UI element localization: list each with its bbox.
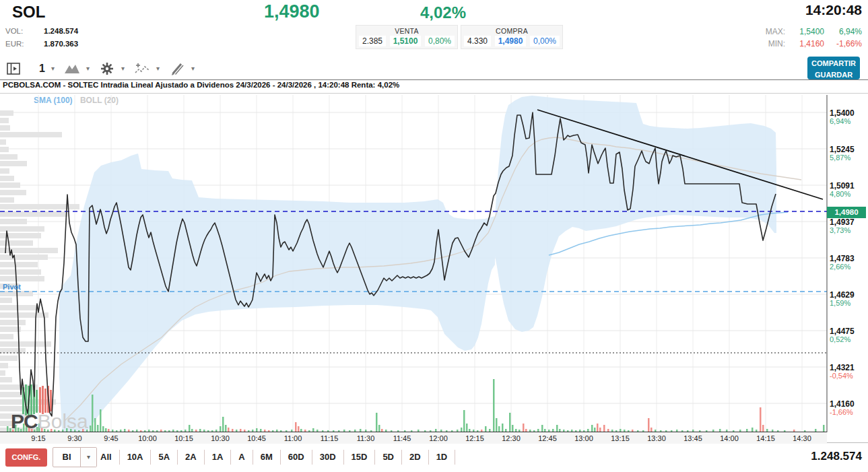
chart-toolbar: 1 ▾ ▾ ▾ xyxy=(0,57,805,79)
price-axis-label: 1,49373,73% xyxy=(830,218,855,234)
price-axis-label: 1,47832,66% xyxy=(830,255,855,271)
volume-bar xyxy=(463,410,465,432)
vol-value: 1.248.574 xyxy=(44,27,78,35)
profile-bar-buy xyxy=(36,390,38,413)
volume-bar xyxy=(102,426,104,432)
period-button-5d[interactable]: 5D xyxy=(375,450,402,465)
time-axis-label: 10:30 xyxy=(211,434,230,442)
period-button-30d[interactable]: 30D xyxy=(312,450,344,465)
time-axis-label: 12:30 xyxy=(502,434,521,442)
profile-bar xyxy=(0,262,38,267)
period-button-5a[interactable]: 5A xyxy=(151,450,178,465)
period-button-all[interactable]: All xyxy=(93,450,120,465)
profile-bar xyxy=(0,255,48,260)
interval-value: 1 xyxy=(39,63,45,75)
time-axis-label: 13:30 xyxy=(647,434,666,442)
time-axis-label: 14:30 xyxy=(793,434,811,442)
volume-bar xyxy=(92,395,94,432)
min-price: 1,4160 xyxy=(785,39,824,48)
current-price-badge: 1,4980 xyxy=(827,207,866,218)
min-pct: -1,66% xyxy=(824,39,862,48)
time-axis-label: 10:00 xyxy=(138,434,157,442)
volume-bar xyxy=(100,409,102,432)
chart-panel: PCBOLSA.COM - SOLTEC Intradia Lineal Aju… xyxy=(0,79,868,443)
profile-bar-sell xyxy=(50,390,52,411)
time-axis: 9:159:309:4510:0010:1510:3010:4511:0011:… xyxy=(0,432,827,444)
period-button-15d[interactable]: 15D xyxy=(344,450,376,465)
price-axis-label: 1,44750,52% xyxy=(830,327,855,343)
logo-bold: PC xyxy=(11,410,38,432)
max-price: 1,5400 xyxy=(785,27,824,36)
eur-label: EUR: xyxy=(5,40,24,48)
header: SOL VOL: 1.248.574 EUR: 1.870.363 1,4980… xyxy=(0,0,868,57)
profile-bar xyxy=(0,154,18,160)
volume-bar xyxy=(823,425,825,432)
time-axis-label: 12:00 xyxy=(429,434,448,442)
volume-bar xyxy=(189,425,191,432)
time-axis-label: 13:15 xyxy=(611,434,630,442)
day-change: 4,02% xyxy=(420,3,466,22)
max-pct: 6,94% xyxy=(824,27,862,36)
chevron-down-icon: ▾ xyxy=(86,65,90,72)
interval-selector-value: BI xyxy=(53,448,80,467)
gear-icon xyxy=(99,61,115,77)
profile-bar xyxy=(0,320,26,325)
period-button-2d[interactable]: 2D xyxy=(402,450,429,465)
period-button-10a[interactable]: 10A xyxy=(120,450,152,465)
ticker-symbol: SOL xyxy=(12,3,45,22)
profile-bar xyxy=(0,139,6,145)
time-axis-label: 14:15 xyxy=(756,434,775,442)
indicators-dropdown[interactable]: ▾ xyxy=(134,61,160,76)
profile-bar xyxy=(0,182,20,188)
last-price: 1,4980 xyxy=(264,1,320,22)
settings-dropdown[interactable]: ▾ xyxy=(99,61,125,77)
profile-bar-sell xyxy=(39,387,41,413)
volume-bar xyxy=(762,425,764,432)
volume-bar xyxy=(591,425,593,432)
period-button-a[interactable]: A xyxy=(231,450,253,465)
period-button-1a[interactable]: 1A xyxy=(205,450,232,465)
compra-box[interactable]: COMPRA 4.330 1,4980 0,00% xyxy=(461,25,563,49)
venta-title: VENTA xyxy=(356,27,457,35)
profile-bar xyxy=(0,161,27,166)
profile-bar xyxy=(0,240,33,246)
interval-dropdown[interactable]: 1 ▾ xyxy=(31,63,55,75)
volume-bar xyxy=(225,425,227,432)
chart-type-dropdown[interactable]: ▾ xyxy=(64,63,90,75)
volume-bar xyxy=(7,426,9,432)
profile-bar-sell xyxy=(44,389,46,413)
chevron-down-icon: ▾ xyxy=(51,65,55,72)
min-label: MIN: xyxy=(758,39,785,48)
profile-bar xyxy=(0,125,10,131)
volume-bar xyxy=(648,418,650,432)
venta-box[interactable]: VENTA 2.385 1,5100 0,80% xyxy=(356,25,458,49)
profile-bar xyxy=(0,363,8,368)
max-row: MAX: 1,5400 6,94% xyxy=(758,27,862,36)
volume-bar xyxy=(493,379,495,432)
config-button[interactable]: CONFG. xyxy=(5,448,47,467)
price-axis-label: 1,4160-1,66% xyxy=(830,400,855,416)
time-axis-label: 9:30 xyxy=(67,434,81,442)
compra-pct: 0,00% xyxy=(530,36,560,46)
period-button-6m[interactable]: 6M xyxy=(253,450,281,465)
band-left xyxy=(59,154,495,442)
share-save-button[interactable]: COMPARTIR GUARDAR xyxy=(807,57,860,79)
period-button-2a[interactable]: 2A xyxy=(178,450,205,465)
profile-bar xyxy=(0,377,12,382)
profile-bar xyxy=(0,168,9,174)
pcbolsa-logo: PCBolsa xyxy=(11,410,88,433)
min-row: MIN: 1,4160 -1,66% xyxy=(758,39,862,48)
profile-bar xyxy=(0,370,5,376)
interval-selector[interactable]: BI ▾ xyxy=(53,447,97,467)
panel-toggle-button[interactable] xyxy=(5,61,22,77)
time-axis-label: 11:30 xyxy=(357,434,375,442)
profile-bar xyxy=(0,118,9,123)
volume-bar xyxy=(496,418,498,432)
period-button-1d[interactable]: 1D xyxy=(429,450,456,465)
chart-canvas[interactable] xyxy=(0,80,868,444)
period-button-60d[interactable]: 60D xyxy=(281,450,312,465)
draw-tools-dropdown[interactable]: ▾ xyxy=(169,61,195,76)
profile-bar xyxy=(0,312,48,318)
time-axis-label: 11:45 xyxy=(393,434,411,442)
chevron-down-icon: ▾ xyxy=(121,65,125,72)
